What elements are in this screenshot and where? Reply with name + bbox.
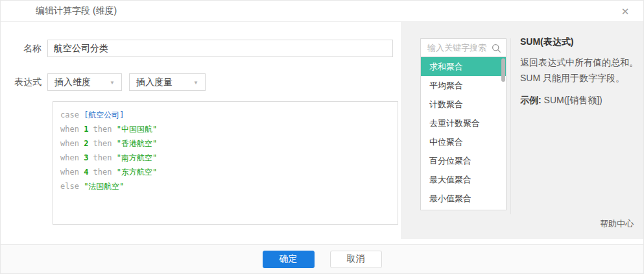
edit-calculated-field-dialog: 编辑计算字段 (维度) ✕ 名称 表达式 插入维度 ▼ 插入度量 ▼ case … [0,0,644,274]
code-line: when 1 then "中国国航" [60,122,390,136]
insert-dimension-label: 插入维度 [54,77,91,88]
code-line: when 3 then "南方航空" [60,151,390,165]
name-label: 名称 [1,43,47,55]
function-list-item[interactable]: 中位聚合 [421,132,506,151]
expression-row: 表达式 插入维度 ▼ 插入度量 ▼ [1,73,398,91]
function-description-text: 返回表达式中所有值的总和。SUM 只能用于数字字段。 [520,55,644,86]
cancel-button[interactable]: 取消 [330,251,382,268]
ok-button[interactable]: 确定 [263,251,315,268]
panel-divider [510,38,511,214]
function-list-item[interactable]: 最大值聚合 [421,170,506,189]
name-input[interactable] [47,40,393,57]
dialog-title: 编辑计算字段 (维度) [36,5,117,17]
function-list-item[interactable]: 计数聚合 [421,95,506,114]
code-line: when 4 then "东方航空" [60,165,390,179]
function-list-item[interactable]: 平均聚合 [421,76,506,95]
dialog-titlebar: 编辑计算字段 (维度) ✕ [1,1,643,22]
code-line: when 2 then "香港航空" [60,136,390,151]
example-value: SUM([销售额]) [544,95,602,105]
dialog-footer: 确定 取消 [1,244,643,273]
function-list-item[interactable]: 最小值聚合 [421,189,506,208]
search-icon [492,44,501,53]
functions-column: 求和聚合平均聚合计数聚合去重计数聚合中位聚合百分位聚合最大值聚合最小值聚合 [420,38,507,210]
function-list-item[interactable]: 百分位聚合 [421,151,506,170]
expression-code-editor[interactable]: case [航空公司]when 1 then "中国国航"when 2 then… [53,101,398,225]
function-signature: SUM(表达式) [520,36,644,48]
insert-measure-label: 插入度量 [136,77,173,88]
insert-measure-dropdown[interactable]: 插入度量 ▼ [129,73,206,91]
expression-label: 表达式 [1,77,47,88]
close-icon[interactable]: ✕ [619,5,632,18]
code-line: else "法国航空" [60,179,390,193]
insert-dimension-dropdown[interactable]: 插入维度 ▼ [47,73,122,91]
functions-panel: 求和聚合平均聚合计数聚合去重计数聚合中位聚合百分位聚合最大值聚合最小值聚合 SU… [401,22,643,239]
scrollbar-thumb[interactable] [501,58,505,82]
form-area: 名称 表达式 插入维度 ▼ 插入度量 ▼ case [航空公司]when 1 t… [1,22,401,244]
chevron-down-icon: ▼ [193,80,198,86]
function-search-box [420,38,507,57]
example-label: 示例: [520,95,542,105]
function-description: SUM(表达式) 返回表达式中所有值的总和。SUM 只能用于数字字段。 示例: … [520,36,644,108]
name-row: 名称 [1,40,398,57]
function-list-item[interactable]: 去重计数聚合 [421,114,506,132]
code-line: case [航空公司] [60,108,390,122]
chevron-down-icon: ▼ [110,80,115,86]
function-list: 求和聚合平均聚合计数聚合去重计数聚合中位聚合百分位聚合最大值聚合最小值聚合 [420,57,507,210]
function-list-item[interactable]: 求和聚合 [421,57,506,76]
help-center-link[interactable]: 帮助中心 [600,218,634,230]
function-example: 示例: SUM([销售额]) [520,92,644,108]
